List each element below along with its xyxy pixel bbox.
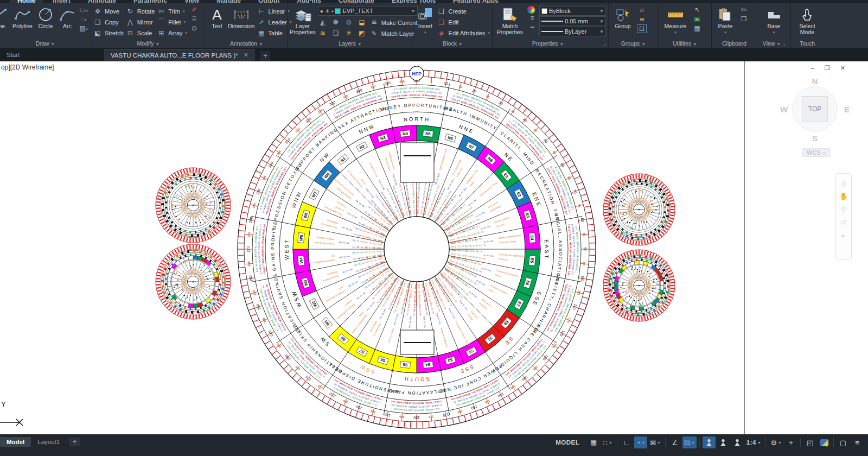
join-icon[interactable]: ⊜ — [189, 24, 199, 33]
layer-lockfade-icon[interactable]: ⬓ — [357, 18, 367, 27]
new-layout-plus-button[interactable]: + — [69, 438, 80, 446]
text-button[interactable]: A Text — [208, 5, 226, 29]
table-button[interactable]: ▦Table — [257, 28, 292, 38]
linetype-select[interactable]: ByLayer▼ — [539, 27, 606, 36]
ellipse-tool-icon[interactable]: ◌▾ — [79, 15, 88, 24]
edit-attributes-button[interactable]: ◈Edit Attributes▾ — [437, 28, 490, 38]
lineweight-select[interactable]: 0.05 mm▼ — [539, 16, 606, 26]
match-layer-button[interactable]: ✎Match Layer — [370, 28, 414, 39]
mini-chakra-wheel-3[interactable] — [603, 174, 675, 245]
model-tab[interactable]: Model — [0, 437, 31, 447]
panel-layers-footer[interactable]: Layers ▼ — [288, 40, 413, 48]
leader-button[interactable]: ↗Leader▾ — [257, 17, 292, 27]
clean-screen-icon[interactable]: ▢ — [837, 436, 850, 448]
array-button[interactable]: ⊞Array▾ — [157, 28, 187, 38]
layer-select[interactable]: ● ☀ ▪ EVP_TEXT ▼ — [318, 6, 418, 16]
circle-button[interactable]: Circle — [35, 5, 56, 29]
stretch-button[interactable]: ⬕Stretch — [93, 28, 124, 38]
tab-start[interactable]: Start — [0, 49, 52, 61]
linetype-icon[interactable]: ┅ — [527, 23, 537, 32]
panel-annotation-footer[interactable]: Annotation ▼ — [206, 40, 287, 48]
ungroup-icon[interactable]: ⧄ — [637, 6, 647, 15]
orbit-icon[interactable]: ↺ — [841, 218, 847, 226]
cut-icon[interactable]: ✄ — [739, 6, 749, 15]
layer-freeze-icon[interactable]: ❆ — [331, 18, 341, 27]
layout1-tab[interactable]: Layout1 — [31, 437, 66, 447]
panel-view-footer[interactable]: View ▼ ⌟ — [757, 40, 790, 48]
calculator-icon[interactable]: ▦ — [692, 24, 702, 33]
panel-modify-footer[interactable]: Modify ▼ — [91, 40, 206, 48]
layer-properties-button[interactable]: Layer Properties — [290, 5, 316, 35]
viewcube-top-face[interactable]: TOP — [802, 96, 828, 122]
customization-menu-icon[interactable]: ≡ — [851, 436, 864, 448]
mirror-button[interactable]: ⋀Mirror — [126, 17, 155, 27]
dimension-button[interactable]: Dimension — [228, 5, 255, 29]
viewcube-west[interactable]: W — [780, 105, 788, 114]
customization-gear-icon[interactable]: ⚙▼ — [769, 436, 783, 448]
wcs-menu[interactable]: WCS ▽ — [802, 148, 831, 157]
polyline-button[interactable]: Polyline — [12, 5, 33, 29]
pan-icon[interactable]: ✋ — [839, 192, 848, 200]
layer-off-icon[interactable]: ≋ — [318, 29, 328, 38]
drawing-canvas[interactable]: op][2D Wireframe] 1020304050607080901001… — [0, 61, 868, 434]
copy-button[interactable]: ❏Copy — [93, 17, 124, 27]
layer-lock-icon[interactable]: ⊙ — [344, 18, 354, 27]
block-create-button[interactable]: ❑Create — [437, 6, 490, 16]
copy-clip-icon[interactable]: ❐ — [739, 15, 749, 24]
new-drawing-plus-button[interactable]: + — [260, 51, 270, 61]
navigation-bar[interactable]: ◎ ✋ ⚲ ↺ ▸ — [835, 173, 852, 260]
viewcube-east[interactable]: E — [844, 105, 850, 114]
match-properties-button[interactable]: Match Properties — [495, 5, 525, 35]
viewcube[interactable]: TOP N S W E — [788, 82, 842, 136]
panel-block-footer[interactable]: Block ▼ — [413, 40, 492, 48]
object-snap-tracking-icon[interactable]: ∠ — [668, 436, 681, 448]
mini-chakra-wheel-1[interactable] — [156, 168, 231, 243]
tab-active-drawing[interactable]: VASTU CHAKRA AUTO...E FLOOR PLANS )*✕ — [104, 49, 255, 61]
ortho-mode-icon[interactable]: ∟ — [620, 436, 633, 448]
drawing-window-controls[interactable]: ‒ ❐ ✕ — [811, 65, 850, 72]
isolate-objects-icon[interactable]: ◰ — [803, 436, 816, 448]
explode-icon[interactable]: ⌸ — [189, 15, 199, 24]
rectangle-tool-icon[interactable]: ▭▾ — [79, 6, 88, 15]
snap-mode-icon[interactable]: ∷▼ — [601, 436, 614, 448]
viewport-controls-label[interactable]: op][2D Wireframe] — [1, 64, 54, 71]
select-mode-button[interactable]: Select Mode — [794, 5, 820, 35]
arc-button[interactable]: Arc — [58, 5, 76, 29]
annotation-scale-value[interactable]: 1:4▼ — [745, 436, 763, 448]
object-snap-icon[interactable]: ⊡▼ — [682, 436, 697, 448]
fillet-button[interactable]: ⌒Fillet▾ — [157, 17, 187, 27]
hatch-tool-icon[interactable]: ▨▾ — [79, 24, 88, 33]
block-edit-button[interactable]: ❑Edit — [437, 17, 490, 27]
steering-wheel-icon[interactable]: ◎ — [840, 179, 846, 187]
object-color-select[interactable]: ByBlock▼ — [539, 6, 606, 16]
measure-button[interactable]: Measure▾ — [661, 5, 690, 35]
linear-button[interactable]: ⊢Linear▾ — [257, 6, 292, 16]
color-wheel-icon[interactable] — [527, 6, 535, 14]
panel-draw-footer[interactable]: Draw ▼ — [0, 40, 91, 48]
erase-icon[interactable]: ✐ — [189, 6, 199, 15]
add-status-icon[interactable]: + — [784, 436, 797, 448]
insert-button[interactable]: Insert▾ — [416, 5, 435, 35]
viewcube-north[interactable]: N — [812, 77, 818, 86]
grid-display-icon[interactable]: ▦ — [587, 436, 600, 448]
model-space-toggle[interactable]: MODEL — [554, 436, 581, 448]
panel-utilities-footer[interactable]: Utilities ▼ — [659, 40, 711, 48]
base-button[interactable]: Base▾ — [762, 5, 786, 35]
annotation-scale-icon[interactable] — [731, 436, 744, 448]
layer-unlock2-icon[interactable]: ◩ — [357, 29, 367, 38]
graphics-performance-icon[interactable] — [818, 436, 831, 448]
trim-button[interactable]: ✄Trim▾ — [157, 6, 187, 16]
panel-properties-footer[interactable]: Properties ▼ ⌟ — [493, 40, 608, 48]
lineweight-icon[interactable]: ≡ — [527, 14, 537, 23]
panel-groups-footer[interactable]: Groups ▼ — [609, 40, 658, 48]
polar-tracking-icon[interactable]: ◔▼ — [634, 436, 647, 448]
quick-select-icon[interactable]: ↖ — [692, 6, 702, 15]
mini-chakra-wheel-4[interactable] — [603, 250, 675, 321]
paste-button[interactable]: Paste▾ — [714, 5, 737, 35]
group-button[interactable]: Group — [611, 5, 635, 29]
mini-chakra-wheel-2[interactable] — [156, 244, 231, 319]
annotation-visibility-icon[interactable] — [703, 436, 716, 448]
layer-isolate-icon[interactable]: ◭ — [318, 18, 328, 27]
vastu-chakra-drawing[interactable]: 1020304050607080901001101201301401501601… — [0, 61, 868, 435]
zoom-icon[interactable]: ⚲ — [841, 205, 846, 213]
